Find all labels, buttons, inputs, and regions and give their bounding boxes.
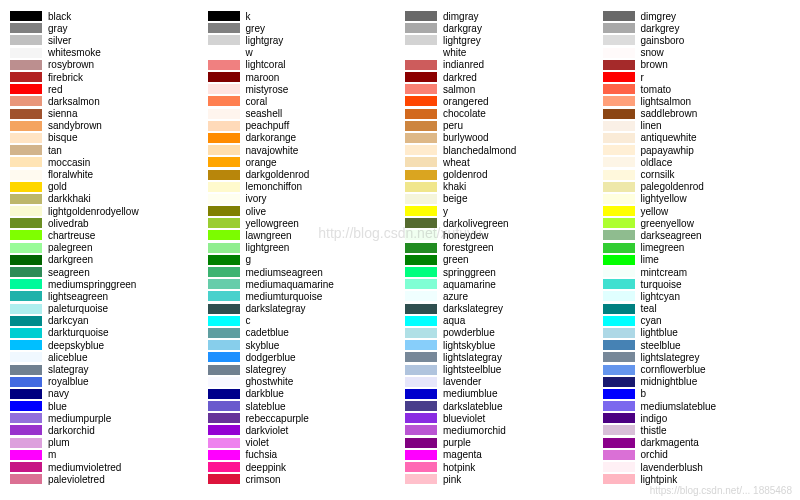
color-swatch [603, 438, 635, 448]
color-row: mediumslateblue [603, 400, 791, 412]
color-swatch [10, 11, 42, 21]
color-label: moccasin [48, 157, 90, 168]
color-label: greenyellow [641, 218, 694, 229]
color-swatch [10, 230, 42, 240]
color-row: purple [405, 437, 593, 449]
color-swatch [208, 291, 240, 301]
color-row: saddlebrown [603, 108, 791, 120]
color-row: mediumspringgreen [10, 278, 198, 290]
color-label: darkkhaki [48, 193, 91, 204]
color-label: fuchsia [246, 449, 278, 460]
color-label: navy [48, 388, 69, 399]
color-row: teal [603, 303, 791, 315]
color-row: cyan [603, 315, 791, 327]
color-swatch [603, 230, 635, 240]
color-row: ivory [208, 193, 396, 205]
color-swatch [603, 133, 635, 143]
color-swatch [208, 96, 240, 106]
color-label: ivory [246, 193, 267, 204]
color-row: lightyellow [603, 193, 791, 205]
color-swatch [208, 389, 240, 399]
color-label: rosybrown [48, 59, 94, 70]
color-swatch [208, 304, 240, 314]
color-swatch [603, 255, 635, 265]
color-label: khaki [443, 181, 466, 192]
color-swatch [10, 72, 42, 82]
color-row: aqua [405, 315, 593, 327]
color-label: forestgreen [443, 242, 494, 253]
color-row: lightblue [603, 327, 791, 339]
color-label: chocolate [443, 108, 486, 119]
color-swatch [405, 230, 437, 240]
color-row: m [10, 449, 198, 461]
color-swatch [208, 340, 240, 350]
color-row: b [603, 388, 791, 400]
color-label: coral [246, 96, 268, 107]
color-row: aliceblue [10, 351, 198, 363]
color-label: palevioletred [48, 474, 105, 485]
color-row: firebrick [10, 71, 198, 83]
color-swatch [603, 401, 635, 411]
color-label: palegreen [48, 242, 92, 253]
color-label: lightseagreen [48, 291, 108, 302]
color-label: white [443, 47, 466, 58]
color-swatch [405, 194, 437, 204]
color-chart: blackgraysilverwhitesmokerosybrownfirebr… [10, 10, 790, 485]
color-swatch [10, 304, 42, 314]
color-row: indigo [603, 412, 791, 424]
color-swatch [10, 133, 42, 143]
color-swatch [603, 279, 635, 289]
color-row: midnightblue [603, 376, 791, 388]
color-label: lightcoral [246, 59, 286, 70]
color-swatch [10, 352, 42, 362]
color-swatch [405, 316, 437, 326]
color-label: midnightblue [641, 376, 698, 387]
color-row: pink [405, 473, 593, 485]
color-swatch [208, 328, 240, 338]
color-row: rebeccapurple [208, 412, 396, 424]
color-label: mediumblue [443, 388, 497, 399]
color-row: thistle [603, 424, 791, 436]
color-swatch [10, 35, 42, 45]
color-swatch [603, 96, 635, 106]
color-row: cornflowerblue [603, 363, 791, 375]
color-label: azure [443, 291, 468, 302]
color-label: hotpink [443, 462, 475, 473]
color-swatch [603, 328, 635, 338]
color-row: plum [10, 437, 198, 449]
color-row: darkgrey [603, 22, 791, 34]
color-swatch [208, 11, 240, 21]
color-row: lightgreen [208, 242, 396, 254]
color-label: mediumvioletred [48, 462, 121, 473]
color-label: lightyellow [641, 193, 687, 204]
color-swatch [405, 267, 437, 277]
color-swatch [405, 11, 437, 21]
color-row: lightsteelblue [405, 363, 593, 375]
color-label: oldlace [641, 157, 673, 168]
color-label: sandybrown [48, 120, 102, 131]
color-label: gray [48, 23, 67, 34]
color-swatch [10, 170, 42, 180]
color-swatch [10, 182, 42, 192]
color-row: lime [603, 254, 791, 266]
color-row: darkorchid [10, 424, 198, 436]
color-row: black [10, 10, 198, 22]
color-row: indianred [405, 59, 593, 71]
color-row: darkolivegreen [405, 217, 593, 229]
color-row: darkmagenta [603, 437, 791, 449]
color-swatch [208, 157, 240, 167]
color-label: lightgreen [246, 242, 290, 253]
color-label: red [48, 84, 62, 95]
color-row: crimson [208, 473, 396, 485]
color-swatch [208, 48, 240, 58]
color-label: darkslategray [246, 303, 306, 314]
color-row: navy [10, 388, 198, 400]
color-row: coral [208, 95, 396, 107]
color-row: cadetblue [208, 327, 396, 339]
color-label: seashell [246, 108, 283, 119]
color-label: darkviolet [246, 425, 289, 436]
color-swatch [405, 133, 437, 143]
color-label: darkblue [246, 388, 284, 399]
color-swatch [208, 84, 240, 94]
color-label: lightslategrey [641, 352, 700, 363]
